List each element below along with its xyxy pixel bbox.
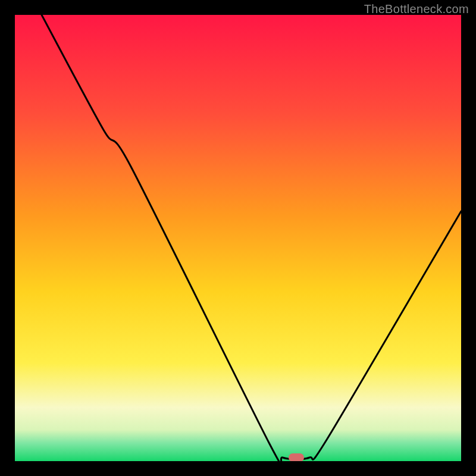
attribution-text: TheBottleneck.com <box>364 2 469 16</box>
chart-frame: TheBottleneck.com <box>0 0 476 476</box>
bottleneck-curve <box>15 15 461 461</box>
optimum-marker <box>289 453 304 461</box>
plot-area <box>15 15 461 461</box>
